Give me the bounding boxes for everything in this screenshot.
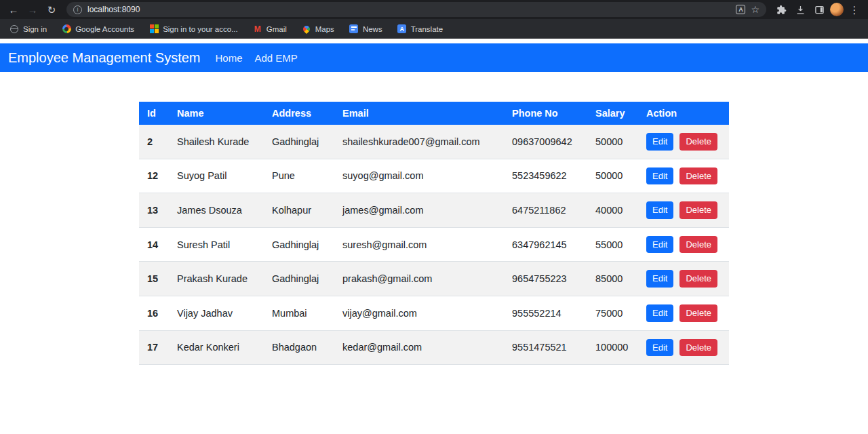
bookmark-google-accounts[interactable]: Google Accounts [62,24,134,34]
table-row: 12 Suyog Patil Pune suyog@gmail.com 5523… [139,159,729,193]
forward-icon[interactable]: → [24,1,41,18]
refresh-icon[interactable]: ↻ [43,1,60,18]
cell-action: Edit Delete [638,159,729,193]
table-row: 13 James Dsouza Kolhapur james@gmail.com… [139,193,729,228]
bookmark-label: Translate [411,25,443,33]
header-name: Name [169,102,264,125]
edit-button[interactable]: Edit [646,236,673,254]
brand-title[interactable]: Employee Management System [8,50,200,66]
cell-action: Edit Delete [638,125,729,159]
cell-name: Prakash Kurade [169,262,264,296]
cell-id: 15 [139,262,169,296]
cell-id: 17 [139,330,169,365]
delete-button[interactable]: Delete [679,167,717,185]
cell-email: suresh@gmail.com [334,227,504,262]
cell-email: shaileshkurade007@gmail.com [334,125,504,159]
cell-action: Edit Delete [638,262,729,296]
table-row: 14 Suresh Patil Gadhinglaj suresh@gmail.… [139,227,729,262]
bookmark-label: Google Accounts [75,25,134,33]
cell-email: prakash@gmail.com [334,262,504,296]
nav-link-add-emp[interactable]: Add EMP [254,52,297,64]
cell-name: James Dsouza [169,193,264,228]
cell-salary: 85000 [587,262,638,296]
delete-button[interactable]: Delete [679,270,717,288]
cell-salary: 40000 [587,193,638,228]
bookmark-star-icon[interactable]: ☆ [751,4,760,15]
employee-table: Id Name Address Email Phone No Salary Ac… [139,102,729,365]
edit-button[interactable]: Edit [646,133,673,151]
maps-icon [302,24,311,34]
page-content: Employee Management System Home Add EMP … [0,39,868,434]
translate-page-icon[interactable]: A [736,5,745,14]
cell-name: Vijay Jadhav [169,296,264,330]
cell-email: kedar@gmail.com [334,330,504,365]
bookmark-label: Sign in to your acco... [163,25,238,33]
header-address: Address [264,102,334,125]
cell-name: Kedar Konkeri [169,330,264,365]
table-header-row: Id Name Address Email Phone No Salary Ac… [139,102,729,125]
back-icon[interactable]: ← [5,1,22,18]
profile-avatar[interactable] [830,3,844,16]
cell-phone: 09637009642 [504,125,587,159]
cell-id: 12 [139,159,169,193]
nav-link-home[interactable]: Home [215,52,242,64]
site-info-icon[interactable]: i [73,5,82,14]
cell-id: 2 [139,125,169,159]
table-row: 16 Vijay Jadhav Mumbai vijay@gmail.com 9… [139,296,729,330]
cell-salary: 75000 [587,296,638,330]
bookmark-microsoft-sign-in[interactable]: Sign in to your acco... [149,24,238,34]
cell-address: Gadhinglaj [264,227,334,262]
delete-button[interactable]: Delete [679,304,717,322]
employee-table-container: Id Name Address Email Phone No Salary Ac… [139,102,729,365]
cell-phone: 9654755223 [504,262,587,296]
cell-id: 13 [139,193,169,228]
header-email: Email [334,102,504,125]
bookmark-gmail[interactable]: M Gmail [253,24,287,34]
bookmark-sign-in[interactable]: Sign in [9,24,47,34]
cell-name: Suresh Patil [169,227,264,262]
cell-email: james@gmail.com [334,193,504,228]
cell-phone: 9551475521 [504,330,587,365]
cell-name: Shailesh Kurade [169,125,264,159]
side-panel-icon[interactable] [811,1,827,18]
google-icon [62,24,71,34]
edit-button[interactable]: Edit [646,201,673,219]
gmail-icon: M [253,24,262,34]
delete-button[interactable]: Delete [679,201,717,219]
header-salary: Salary [587,102,638,125]
extensions-icon[interactable] [773,1,789,18]
header-phone: Phone No [504,102,587,125]
address-bar[interactable]: i localhost:8090 A ☆ [66,2,766,17]
cell-action: Edit Delete [638,330,729,365]
delete-button[interactable]: Delete [679,133,717,151]
cell-address: Kolhapur [264,193,334,228]
url-text: localhost:8090 [87,5,730,14]
edit-button[interactable]: Edit [646,339,673,357]
delete-button[interactable]: Delete [679,236,717,254]
header-action: Action [638,102,729,125]
bookmark-label: Sign in [23,25,47,33]
bookmark-translate[interactable]: A Translate [397,24,443,34]
edit-button[interactable]: Edit [646,304,673,322]
cell-phone: 6347962145 [504,227,587,262]
cell-address: Gadhinglaj [264,262,334,296]
header-id: Id [139,102,169,125]
bookmark-news[interactable]: News [349,24,382,34]
microsoft-icon [149,24,159,34]
translate-icon: A [397,24,407,34]
cell-phone: 955552214 [504,296,587,330]
cell-salary: 55000 [587,227,638,262]
bookmark-maps[interactable]: Maps [302,24,334,34]
cell-phone: 5523459622 [504,159,587,193]
delete-button[interactable]: Delete [679,339,717,357]
cell-phone: 6475211862 [504,193,587,228]
site-navbar: Employee Management System Home Add EMP [0,43,868,72]
edit-button[interactable]: Edit [646,167,673,185]
table-row: 2 Shailesh Kurade Gadhinglaj shaileshkur… [139,125,729,159]
browser-menu-icon[interactable]: ⋮ [846,1,863,18]
cell-address: Pune [264,159,334,193]
cell-name: Suyog Patil [169,159,264,193]
globe-icon [9,24,19,34]
downloads-icon[interactable] [792,1,808,18]
edit-button[interactable]: Edit [646,270,673,288]
